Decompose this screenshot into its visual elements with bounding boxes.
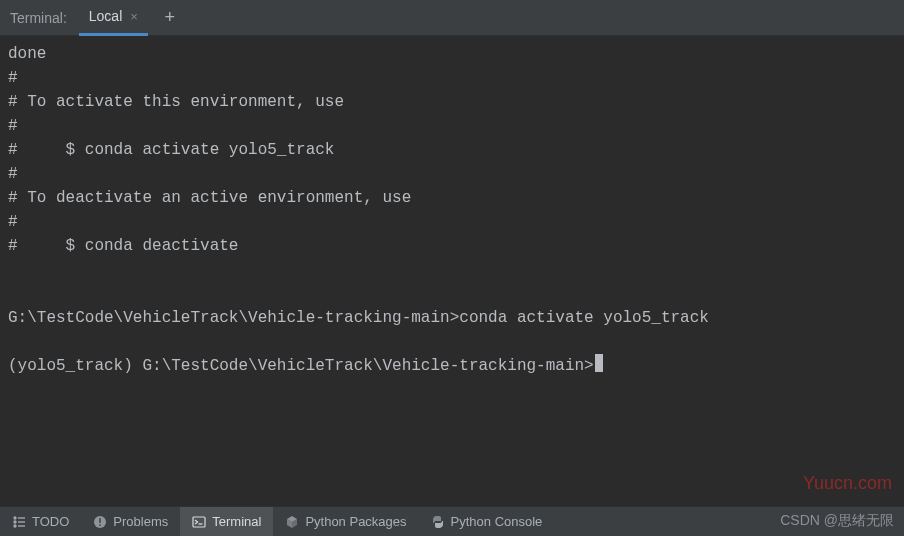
- plus-icon: +: [165, 7, 176, 28]
- terminal-line: #: [8, 213, 18, 231]
- toolwin-label: Python Console: [451, 514, 543, 529]
- svg-point-2: [14, 521, 16, 523]
- toolwin-label: Terminal: [212, 514, 261, 529]
- warning-icon: [93, 515, 107, 529]
- toolwin-python-packages[interactable]: Python Packages: [273, 507, 418, 536]
- terminal-icon: [192, 515, 206, 529]
- toolwin-todo[interactable]: TODO: [0, 507, 81, 536]
- terminal-line: done: [8, 45, 46, 63]
- terminal-output[interactable]: done # # To activate this environment, u…: [0, 36, 904, 506]
- toolwin-terminal[interactable]: Terminal: [180, 507, 273, 536]
- svg-point-4: [14, 525, 16, 527]
- terminal-line: # $ conda deactivate: [8, 237, 238, 255]
- terminal-line: G:\TestCode\VehicleTrack\Vehicle-trackin…: [8, 309, 709, 327]
- packages-icon: [285, 515, 299, 529]
- terminal-line: #: [8, 117, 18, 135]
- python-icon: [431, 515, 445, 529]
- terminal-line: # To deactivate an active environment, u…: [8, 189, 411, 207]
- list-icon: [12, 515, 26, 529]
- terminal-line: # $ conda activate yolo5_track: [8, 141, 334, 159]
- terminal-tabbar: Terminal: Local × +: [0, 0, 904, 36]
- terminal-cursor: [595, 354, 603, 372]
- toolwin-python-console[interactable]: Python Console: [419, 507, 555, 536]
- toolwin-label: TODO: [32, 514, 69, 529]
- svg-point-0: [14, 517, 16, 519]
- terminal-prompt: (yolo5_track) G:\TestCode\VehicleTrack\V…: [8, 357, 594, 375]
- svg-rect-9: [193, 517, 205, 527]
- tool-window-bar: TODO Problems Terminal Python Packages P…: [0, 506, 904, 536]
- toolwin-problems[interactable]: Problems: [81, 507, 180, 536]
- terminal-tab-label: Local: [89, 8, 122, 24]
- close-icon[interactable]: ×: [130, 9, 138, 24]
- terminal-line: # To activate this environment, use: [8, 93, 344, 111]
- add-tab-button[interactable]: +: [156, 4, 184, 32]
- toolwin-label: Python Packages: [305, 514, 406, 529]
- svg-rect-8: [100, 524, 101, 526]
- toolwin-label: Problems: [113, 514, 168, 529]
- terminal-panel-label: Terminal:: [6, 10, 67, 26]
- svg-rect-7: [100, 518, 101, 523]
- terminal-tab-local[interactable]: Local ×: [79, 0, 148, 36]
- terminal-line: #: [8, 165, 18, 183]
- terminal-line: #: [8, 69, 18, 87]
